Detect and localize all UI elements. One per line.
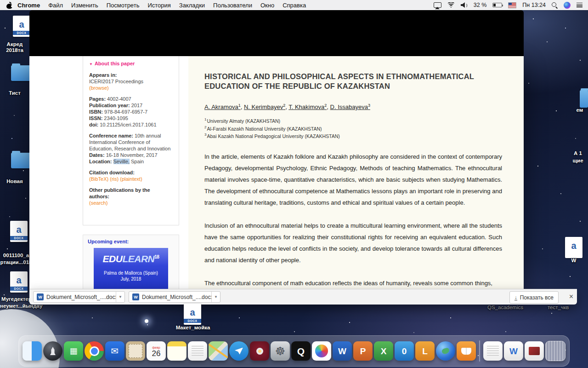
downloaded-file-1[interactable]: W Dokument_Microsoft_....docx ▼: [33, 291, 125, 303]
desktop-label-novaya[interactable]: Новая: [0, 178, 29, 184]
menu-help[interactable]: Справка: [283, 2, 306, 9]
screen-mirroring-icon[interactable]: [434, 2, 441, 8]
battery-icon[interactable]: [492, 3, 502, 7]
bibtex-link[interactable]: (BibTeX): [89, 176, 108, 182]
photo-booth-dock-icon[interactable]: [250, 341, 269, 361]
appears-in-group: Appears in: ICERI2017 Proceedings (brows…: [89, 72, 173, 91]
desktop-icon-maket[interactable]: а DOCX: [184, 304, 201, 325]
download-options-caret[interactable]: ▼: [116, 292, 124, 302]
powerpoint-glyph: P: [360, 347, 366, 356]
edulearn-banner[interactable]: EDULEARN18 Palma de Mallorca (Spain) Jul…: [94, 248, 168, 289]
download-options-caret[interactable]: ▼: [211, 292, 220, 302]
folder-icon: [580, 90, 588, 108]
powerpoint-dock-icon[interactable]: P: [353, 341, 373, 361]
desktop-icon-fragment-folder[interactable]: [580, 90, 588, 108]
menu-history[interactable]: История: [147, 2, 170, 9]
document-file-dock-icon[interactable]: [483, 341, 503, 361]
other-publications-group: Other publications by the authors: (sear…: [89, 187, 173, 206]
menu-edit[interactable]: Изменить: [71, 2, 98, 9]
o-app-dock-icon[interactable]: 0: [395, 341, 414, 361]
excel-dock-icon[interactable]: X: [374, 341, 393, 361]
earth-dock-icon[interactable]: [436, 341, 455, 361]
desktop-label-test-chkv[interactable]: тест_чкв: [538, 305, 578, 310]
author-link-kerimbayev[interactable]: N. Kerimbayev2: [244, 104, 285, 110]
notification-center-icon[interactable]: [577, 3, 582, 7]
green-grid-app-dock-icon[interactable]: ▦: [64, 341, 83, 361]
wifi-icon[interactable]: [447, 2, 455, 8]
excel-glyph: X: [381, 347, 387, 356]
messages-dock-icon[interactable]: [229, 341, 249, 361]
q-app-dock-icon[interactable]: Q: [291, 341, 311, 361]
author-link-akramova[interactable]: A. Akramova1: [204, 104, 241, 110]
l-app-dock-icon[interactable]: L: [415, 341, 435, 361]
authors-line: A. Akramova1, N. Kerimbayev2, T. Khakimo…: [204, 103, 502, 110]
textedit-dock-icon[interactable]: [188, 341, 207, 361]
pictures-stack-dock-icon[interactable]: [525, 341, 544, 361]
desktop-label-tist[interactable]: Тист: [0, 90, 29, 96]
photos-dock-icon[interactable]: [312, 341, 331, 361]
desktop-label-akred[interactable]: Акред 2018та: [0, 41, 29, 53]
desktop-icon-doc2[interactable]: а DOCX: [10, 271, 28, 293]
upcoming-event-panel: Upcoming event: EDULEARN18 Palma de Mall…: [83, 235, 179, 289]
isbn-value: 978-84-697-6957-7: [104, 109, 147, 115]
conference-name-label: Conference name:: [89, 133, 133, 138]
system-preferences-dock-icon[interactable]: ☸: [271, 341, 290, 361]
desktop-icon-doc1[interactable]: а DOCX: [10, 221, 28, 242]
mail-dock-icon[interactable]: ✉: [105, 341, 124, 361]
input-language-flag-icon[interactable]: [508, 2, 516, 8]
desktop-icon-akred[interactable]: а DOCX: [13, 16, 30, 37]
browse-link[interactable]: (browse): [89, 85, 109, 91]
ibooks-dock-icon[interactable]: [457, 341, 476, 361]
chrome-dock-icon[interactable]: [85, 341, 104, 361]
desktop-label-fragment-shie[interactable]: щие: [568, 158, 588, 164]
downloaded-file-2[interactable]: W Dokument_Microsoft_....docx ▼: [129, 291, 220, 303]
word-dock-icon[interactable]: W: [333, 341, 352, 361]
menu-view[interactable]: Посмотреть: [107, 2, 140, 9]
spotlight-search-icon[interactable]: [552, 2, 558, 8]
close-download-bar-button[interactable]: ×: [569, 292, 573, 301]
author-link-khakimova[interactable]: T. Khakimova2: [288, 104, 327, 110]
docx-file-icon: а DOCX: [13, 16, 30, 37]
docx-file-icon: а DOCX: [10, 221, 28, 242]
appears-in-value: ICERI2017 Proceedings: [89, 78, 173, 85]
author-link-issabayeva[interactable]: D. Issabayeva3: [330, 104, 370, 110]
stamps-dock-icon[interactable]: [126, 341, 145, 361]
about-this-paper-header[interactable]: ▼About this paper: [89, 60, 173, 68]
browser-toolbar-black-area: [29, 10, 524, 56]
bright-star: [145, 319, 148, 323]
article: HISTORICAL AND PHILOSOPHICAL ASPECTS IN …: [204, 72, 502, 289]
menu-app-name[interactable]: Chrome: [17, 2, 40, 9]
menu-clock[interactable]: Пн 13:24: [522, 2, 546, 8]
desktop-label-maket[interactable]: Макет_мойка: [163, 325, 223, 331]
desktop-label-fragment-em[interactable]: ем: [572, 107, 587, 113]
search-authors-link[interactable]: (search): [89, 200, 107, 206]
desktop-label-fragment-w[interactable]: W: [563, 258, 584, 264]
desktop-label-doc1-line2[interactable]: ртации...018: [0, 259, 32, 265]
trash-dock-icon[interactable]: [545, 341, 565, 361]
desktop-icon-fragment-docx[interactable]: а: [565, 237, 582, 258]
menu-bookmarks[interactable]: Закладки: [179, 2, 205, 9]
banner-location: Palma de Mallorca (Spain): [94, 270, 168, 276]
maps-dock-icon[interactable]: [209, 341, 228, 361]
docx-file-icon: а DOCX: [184, 304, 201, 325]
plaintext-link[interactable]: (plaintext): [120, 176, 142, 182]
desktop-label-fragment-a1[interactable]: А 1: [568, 150, 588, 156]
desktop-label-doc1-line1[interactable]: 0011100_а: [0, 253, 32, 259]
calendar-dock-icon[interactable]: февр26: [147, 341, 166, 361]
menu-people[interactable]: Пользователи: [213, 2, 252, 9]
word-file-icon: W: [132, 293, 139, 300]
edulearn-logo: EDULEARN18: [94, 252, 168, 264]
show-all-downloads-button[interactable]: ↓ Показать все: [509, 291, 559, 304]
menu-file[interactable]: Файл: [48, 2, 63, 9]
finder-dock-icon[interactable]: [23, 341, 42, 361]
ris-link[interactable]: (ris): [110, 176, 119, 182]
volume-icon[interactable]: [461, 2, 468, 8]
siri-icon[interactable]: [564, 2, 571, 9]
launchpad-dock-icon[interactable]: [43, 341, 62, 361]
notes-dock-icon[interactable]: [167, 341, 187, 361]
docs-stack-dock-icon[interactable]: W: [504, 341, 523, 361]
apple-menu-icon[interactable]: [6, 2, 12, 9]
desktop-label-qs-academics[interactable]: QS_academics: [475, 305, 535, 310]
menu-window[interactable]: Окно: [260, 2, 274, 9]
mail-glyph: ✉: [111, 346, 119, 356]
